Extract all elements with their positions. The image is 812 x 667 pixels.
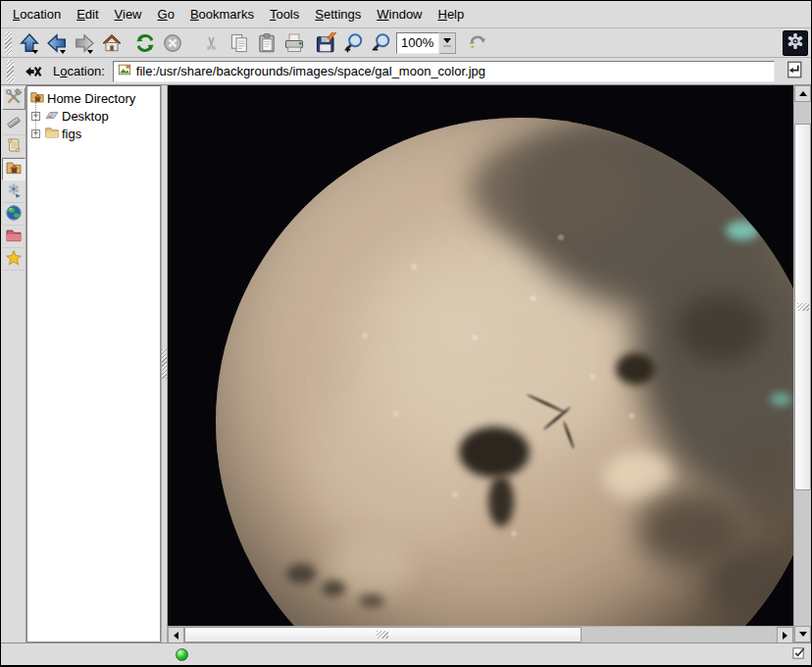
vertical-scroll-thumb[interactable]	[794, 124, 811, 490]
rotate-button[interactable]	[464, 29, 491, 56]
chevron-down-icon	[443, 38, 451, 43]
sidebar-services-button[interactable]	[2, 180, 25, 203]
moon-mare-core	[677, 294, 765, 363]
reload-button[interactable]	[131, 29, 159, 56]
zoom-in-button[interactable]	[339, 29, 367, 56]
sidebar-devices-button[interactable]	[2, 113, 25, 135]
moon-dark-patch	[736, 441, 793, 530]
globe-icon	[5, 204, 23, 226]
location-url-text: file:/usr/share/backgrounds/images/space…	[136, 64, 485, 78]
view-active-check-icon[interactable]	[791, 645, 806, 664]
clear-location-button[interactable]	[22, 60, 45, 83]
image-viewport[interactable]	[168, 85, 793, 626]
services-gear-icon	[5, 181, 23, 203]
combo-underline	[443, 45, 451, 47]
menu-location[interactable]: Location	[5, 5, 69, 24]
up-button[interactable]	[16, 29, 43, 56]
tree-item-desktop[interactable]: + Desktop	[27, 107, 160, 125]
sidebar-network-button[interactable]	[2, 203, 25, 226]
location-label: Location:	[53, 64, 105, 78]
scroll-down-button[interactable]	[794, 626, 811, 642]
sidebar-iconbar	[1, 85, 26, 642]
scroll-up-button[interactable]	[794, 85, 811, 102]
tree-item-home-directory[interactable]: Home Directory	[27, 89, 160, 107]
location-toolbar: Location: file:/usr/share/backgrounds/im…	[1, 58, 811, 85]
triangle-up-icon	[799, 91, 807, 96]
image-file-icon	[118, 63, 131, 79]
main-area: Home Directory + Desktop + figs	[1, 85, 811, 642]
moon-mare-dark-region	[471, 135, 637, 243]
desktop-icon	[44, 107, 60, 126]
gray-device-icon	[5, 114, 23, 135]
menu-bookmarks[interactable]: Bookmarks	[182, 5, 262, 24]
folder-tree-panel: Home Directory + Desktop + figs	[26, 85, 161, 642]
zoom-level-dropdown-button[interactable]	[439, 32, 456, 54]
thumb-grip	[377, 631, 388, 639]
moon-teal-glint	[770, 392, 791, 406]
zoom-level-value[interactable]: 100%	[396, 32, 439, 54]
konqueror-gear-logo	[786, 31, 805, 55]
scroll-right-button[interactable]	[777, 627, 793, 643]
folder-home-icon	[5, 159, 23, 180]
moon-dark-patch	[706, 549, 793, 618]
menu-edit[interactable]: Edit	[69, 5, 106, 24]
location-input[interactable]: file:/usr/share/backgrounds/images/space…	[113, 61, 775, 82]
home-icon	[101, 32, 123, 54]
clear-location-icon	[25, 63, 42, 80]
horizontal-scrollbar	[168, 626, 793, 642]
cut-button[interactable]: ✂	[198, 29, 226, 56]
vertical-scroll-track[interactable]	[794, 102, 811, 626]
menubar: Location Edit View Go Bookmarks Tools Se…	[1, 1, 811, 28]
sidebar-configure-button[interactable]	[2, 87, 25, 110]
zoom-out-button[interactable]	[367, 29, 394, 56]
tree-guide-line	[35, 102, 36, 137]
paste-button[interactable]	[253, 29, 280, 56]
scissors-icon: ✂	[203, 35, 221, 50]
stop-button[interactable]	[159, 29, 186, 56]
sidebar-root-folder-button[interactable]	[2, 226, 25, 248]
app-throbber[interactable]	[783, 30, 808, 56]
paste-icon	[256, 32, 278, 54]
sidebar-history-button[interactable]	[2, 135, 25, 158]
sidebar-home-directory-button[interactable]	[2, 158, 25, 180]
panel-splitter[interactable]	[161, 85, 168, 642]
konqueror-window: Location Edit View Go Bookmarks Tools Se…	[0, 0, 812, 667]
folder-home-icon	[29, 89, 45, 108]
menu-view[interactable]: View	[107, 5, 150, 24]
go-button[interactable]	[783, 60, 806, 83]
location-toolbar-drag-handle[interactable]	[7, 60, 14, 83]
tree-item-label: figs	[62, 127, 81, 141]
tree-item-figs[interactable]: + figs	[27, 125, 160, 142]
menu-tools[interactable]: Tools	[262, 5, 307, 24]
back-dropdown-caret[interactable]	[60, 50, 66, 54]
moon-dark-tail	[488, 476, 514, 527]
toolbar-drag-handle[interactable]	[5, 31, 12, 55]
up-dropdown-caret[interactable]	[32, 50, 38, 54]
folder-icon	[44, 125, 60, 143]
forward-dropdown-caret[interactable]	[87, 50, 93, 54]
viewer-column	[168, 85, 793, 642]
scroll-left-button[interactable]	[168, 627, 184, 643]
triangle-down-icon	[799, 632, 807, 637]
sidebar-bookmarks-button[interactable]	[2, 248, 25, 271]
horizontal-scroll-thumb[interactable]	[184, 627, 582, 642]
reload-icon	[134, 32, 156, 54]
moon-dark-crater	[616, 353, 655, 385]
save-as-button[interactable]	[312, 29, 339, 56]
green-led-icon	[176, 648, 188, 661]
moon-image	[216, 118, 793, 626]
copy-button[interactable]	[226, 29, 253, 56]
print-button[interactable]	[280, 29, 308, 56]
menu-help[interactable]: Help	[431, 5, 473, 24]
menu-settings[interactable]: Settings	[307, 5, 369, 24]
forward-button[interactable]	[71, 29, 98, 56]
moon-teal-glint	[726, 221, 759, 240]
menu-window[interactable]: Window	[369, 5, 430, 24]
horizontal-scroll-track[interactable]	[184, 627, 777, 642]
menu-go[interactable]: Go	[150, 5, 182, 24]
splitter-grip	[162, 349, 167, 379]
home-button[interactable]	[98, 29, 126, 56]
tree-item-label: Home Directory	[47, 91, 135, 106]
vertical-scrollbar	[793, 85, 811, 642]
back-button[interactable]	[43, 29, 71, 56]
